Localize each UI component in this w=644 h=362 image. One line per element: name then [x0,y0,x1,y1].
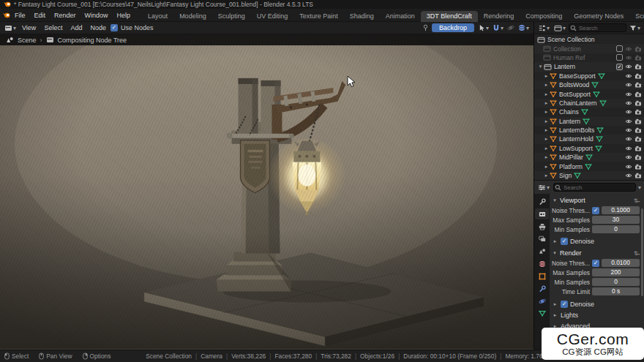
disable-render-icon[interactable] [634,146,642,151]
noise-threshold-checkbox[interactable]: ✓ [592,207,599,214]
denoise-checkbox[interactable]: ✓ [561,301,568,308]
disable-render-icon[interactable] [634,64,642,69]
blender-app-menu-icon[interactable] [3,12,10,18]
time-limit-field[interactable]: 0 s [592,287,640,295]
use-nodes-checkbox[interactable]: ✓ [111,24,118,31]
expand-chevron-icon[interactable]: ▸ [543,127,550,133]
outliner-row-chainlantern[interactable]: ▸ChainLantern [534,99,644,108]
properties-scrollbar[interactable] [641,208,643,296]
expand-chevron-icon[interactable]: ▸ [543,100,550,106]
denoise-checkbox[interactable]: ✓ [561,238,568,245]
menu-edit[interactable]: Edit [30,12,50,19]
properties-editor-type-button[interactable]: ▾ [536,184,551,191]
backdrop-toggle-button[interactable]: Backdrop [432,23,474,32]
hide-viewport-icon[interactable] [625,64,632,69]
collapse-chevron-icon[interactable]: ▾ [552,250,558,256]
viewport-section-header[interactable]: ▾ Viewport ⇅₊ [552,195,640,205]
compositor-menu-select[interactable]: Select [40,24,66,31]
render-denoise-row[interactable]: ▸ ✓ Denoise [552,299,640,309]
disable-render-icon[interactable] [634,100,642,106]
disable-render-icon[interactable] [634,73,642,79]
expand-chevron-icon[interactable]: ▸ [543,154,550,160]
tab-sculpting[interactable]: Sculpting [212,11,251,22]
min-samples-field[interactable]: 0 [592,225,640,233]
hide-viewport-icon[interactable] [625,100,632,106]
outliner-row-lowsupport[interactable]: ▸LowSupport [534,144,644,153]
tab-3dt-blendcraft[interactable]: 3DT BlendCraft [421,11,478,22]
disable-render-icon[interactable] [634,46,642,52]
tab-world-properties[interactable] [535,258,549,269]
menu-file[interactable]: File [10,12,30,19]
expand-chevron-icon[interactable]: ▸ [543,146,550,151]
tab-physics-properties[interactable] [535,295,549,306]
outliner-row-scene-collection[interactable]: Scene Collection [534,35,644,44]
lights-row[interactable]: ▸ Lights [552,310,640,320]
compositor-menu-node[interactable]: Node [86,24,110,31]
outliner-row-sign[interactable]: ▸Sign [534,171,644,180]
tab-animation[interactable]: Animation [380,11,421,22]
expand-chevron-icon[interactable]: ▸ [552,238,558,244]
exclude-checkbox[interactable] [616,45,623,52]
max-samples-field[interactable]: 200 [592,268,640,276]
expand-chevron-icon[interactable]: ▸ [543,164,550,170]
outliner-row-botsupport[interactable]: ▸BotSupport [534,89,644,98]
hide-viewport-icon[interactable] [625,164,632,170]
expand-chevron-icon[interactable]: ▸ [543,91,550,97]
hide-viewport-icon[interactable] [625,55,632,61]
collapse-chevron-icon[interactable]: ▾ [552,197,558,203]
tab-rendering[interactable]: Rendering [478,11,520,22]
disable-render-icon[interactable] [634,136,642,142]
tab-render-properties[interactable] [535,208,549,219]
outliner-display-mode-button[interactable]: ▾ [536,25,551,31]
overlays-button[interactable]: ▾ [517,24,531,31]
expand-chevron-icon[interactable]: ▸ [543,118,550,124]
hide-viewport-icon[interactable] [625,136,632,142]
outliner-row-lantern-obj[interactable]: ▸Lantern [534,117,644,126]
disable-render-icon[interactable] [634,118,642,124]
tab-geometry-nodes[interactable]: Geometry Nodes [568,11,629,22]
disable-render-icon[interactable] [634,109,642,115]
properties-search[interactable] [553,183,636,192]
expand-chevron-icon[interactable]: ▸ [543,73,550,79]
breadcrumb-node-tree[interactable]: Compositing Node Tree [58,37,127,44]
tab-scene-properties[interactable] [535,246,549,257]
viewport-denoise-row[interactable]: ▸ ✓ Denoise [552,236,640,246]
min-samples-field[interactable]: 0 [592,278,640,286]
hide-viewport-icon[interactable] [625,118,632,124]
pin-icon[interactable] [422,24,429,31]
compositor-menu-add[interactable]: Add [67,24,86,31]
tab-object-properties[interactable] [535,271,549,282]
tab-data-properties[interactable] [535,308,549,319]
menu-help[interactable]: Help [113,12,135,19]
tab-output-properties[interactable] [535,221,549,232]
outliner-row-collection[interactable]: Collection [534,44,644,53]
render-section-header[interactable]: ▾ Render ⇅₊ [552,248,640,258]
breadcrumb-scene[interactable]: Scene [18,37,37,44]
noise-threshold-field[interactable]: 0.1000 [602,206,640,214]
outliner-row-boltswood[interactable]: ▸BoltsWood [534,80,644,89]
disable-render-icon[interactable] [634,127,642,133]
outliner-filter-mode-button[interactable]: ▾ [553,25,567,31]
outliner-filter-button[interactable]: ▾ [628,25,642,31]
disable-render-icon[interactable] [634,154,642,160]
hide-viewport-icon[interactable] [625,73,632,79]
disable-render-icon[interactable] [634,55,642,61]
tab-modifier-properties[interactable] [535,283,549,294]
hide-viewport-icon[interactable] [625,46,632,52]
tab-compositing[interactable]: Compositing [520,11,568,22]
hide-viewport-icon[interactable] [625,82,632,88]
snapping-button[interactable]: ▾ [491,24,505,31]
preset-icon[interactable]: ⇅₊ [634,250,640,257]
tab-modeling[interactable]: Modeling [173,11,212,22]
expand-chevron-icon[interactable]: ▸ [543,109,550,115]
outliner-search-input[interactable] [569,23,626,32]
editor-type-button[interactable]: ▾ [3,25,18,31]
expand-chevron-icon[interactable]: ▸ [552,301,558,307]
outliner-row-platform[interactable]: ▸Platform [534,162,644,170]
hide-viewport-icon[interactable] [625,146,632,151]
collapse-chevron-icon[interactable]: ▾ [537,64,544,69]
disable-render-icon[interactable] [634,91,642,97]
outliner-row-lanternhold[interactable]: ▸LanternHold [534,135,644,143]
expand-chevron-icon[interactable]: ▸ [543,82,550,88]
select-tool-button[interactable]: ▾ [477,24,490,32]
